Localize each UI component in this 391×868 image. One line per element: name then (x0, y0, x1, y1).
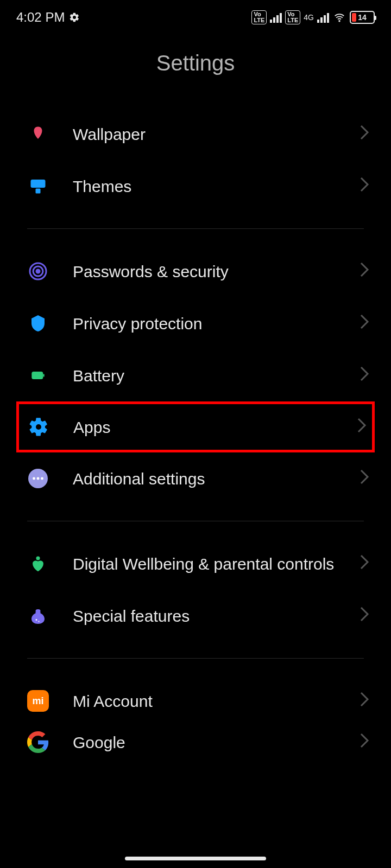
svg-point-16 (38, 621, 39, 622)
wellbeing-icon (27, 553, 49, 575)
battery-icon: 14 (350, 11, 375, 24)
chevron-right-icon (360, 314, 369, 334)
status-bar: 4:02 PM VoLTE VoLTE 4G 14 (0, 0, 391, 35)
signal-icon-1 (270, 12, 282, 23)
chevron-right-icon (360, 366, 369, 386)
settings-item-google[interactable]: Google (0, 727, 391, 757)
status-right: VoLTE VoLTE 4G 14 (251, 10, 375, 24)
separator (27, 228, 364, 229)
item-label: Mi Account (73, 691, 360, 712)
signal-icon-2 (317, 12, 329, 23)
battery-percent: 14 (351, 13, 374, 22)
settings-list: Wallpaper Themes Passwords & security Pr… (0, 108, 391, 757)
settings-item-wallpaper[interactable]: Wallpaper (0, 108, 391, 160)
gear-mini-icon (69, 12, 80, 23)
svg-point-15 (36, 619, 37, 621)
item-label: Wallpaper (73, 124, 360, 145)
svg-point-12 (41, 477, 43, 480)
shield-icon (27, 312, 49, 334)
settings-item-privacy[interactable]: Privacy protection (0, 297, 391, 349)
settings-item-miaccount[interactable]: mi Mi Account (0, 675, 391, 727)
item-label: Privacy protection (73, 313, 360, 334)
svg-rect-6 (31, 372, 43, 379)
chevron-right-icon (360, 606, 369, 626)
fingerprint-icon (27, 260, 49, 282)
settings-item-battery[interactable]: Battery (0, 349, 391, 401)
svg-rect-2 (36, 189, 41, 194)
svg-point-11 (37, 477, 40, 480)
wallpaper-icon (27, 123, 49, 145)
network-label: 4G (304, 14, 314, 21)
chevron-right-icon (360, 469, 369, 489)
item-label: Digital Wellbeing & parental controls (73, 553, 360, 575)
status-time: 4:02 PM (16, 10, 65, 25)
settings-item-additional[interactable]: Additional settings (0, 452, 391, 505)
status-left: 4:02 PM (16, 10, 80, 25)
more-dots-icon (27, 468, 49, 489)
wifi-icon (332, 12, 346, 23)
svg-rect-7 (43, 374, 44, 377)
settings-item-wellbeing[interactable]: Digital Wellbeing & parental controls (0, 538, 391, 590)
settings-item-special[interactable]: Special features (0, 590, 391, 642)
settings-item-themes[interactable]: Themes (0, 160, 391, 212)
item-label: Additional settings (73, 468, 360, 489)
mi-logo-icon: mi (27, 690, 49, 712)
special-features-icon (27, 605, 49, 627)
item-label: Special features (73, 605, 360, 627)
svg-point-8 (36, 424, 41, 430)
item-label: Apps (73, 417, 357, 438)
svg-point-0 (339, 21, 340, 22)
svg-point-10 (33, 477, 35, 480)
item-label: Passwords & security (73, 261, 360, 282)
page-title: Settings (0, 35, 391, 108)
svg-rect-1 (31, 180, 46, 188)
svg-point-13 (36, 557, 40, 560)
chevron-right-icon (357, 417, 367, 437)
chevron-right-icon (360, 554, 369, 574)
home-indicator[interactable] (125, 857, 266, 860)
separator (27, 658, 364, 659)
chevron-right-icon (360, 691, 369, 711)
google-logo-icon (27, 731, 49, 753)
item-label: Battery (73, 365, 360, 386)
volte-icon-1: VoLTE (251, 10, 267, 24)
themes-icon (27, 175, 49, 197)
chevron-right-icon (360, 732, 369, 752)
chevron-right-icon (360, 124, 369, 144)
volte-icon-2: VoLTE (285, 10, 300, 24)
apps-gear-icon (28, 416, 49, 438)
settings-item-apps[interactable]: Apps (16, 401, 375, 452)
separator (27, 521, 364, 521)
item-label: Google (73, 732, 360, 753)
chevron-right-icon (360, 176, 369, 196)
settings-item-passwords[interactable]: Passwords & security (0, 245, 391, 297)
chevron-right-icon (360, 261, 369, 282)
item-label: Themes (73, 176, 360, 197)
svg-point-5 (36, 270, 40, 273)
battery-setting-icon (27, 365, 49, 386)
